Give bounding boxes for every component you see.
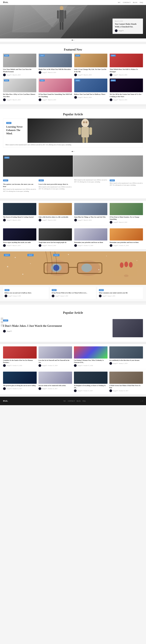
featured-card-6[interactable]: SNAP If You Dont Stand for Something You… <box>39 78 72 101</box>
art-card-3-avatar <box>74 219 77 222</box>
art-card-1-avatar <box>3 219 6 222</box>
bottom-card-7[interactable]: To Imagine is Everything; to Know is Not… <box>74 372 107 392</box>
text-art-3[interactable]: Mid is launch on the manufacturer's new … <box>74 179 107 193</box>
bottom-card-2-img <box>39 346 72 358</box>
small-card-2[interactable]: SNAP If Any Person Wish to be Idle, Let … <box>50 287 96 299</box>
svg-point-37 <box>98 269 99 270</box>
bottom-card-2-ph <box>39 346 72 358</box>
svg-point-11 <box>81 119 89 127</box>
twitter-icon[interactable]: t <box>141 400 141 402</box>
art-card-4-avatar <box>110 221 112 224</box>
side-dot-3: · <box>1 324 3 327</box>
svg-point-31 <box>124 262 128 267</box>
art-card-3[interactable]: Some Men See Things as They Are and Ask … <box>74 203 107 224</box>
pop-dot-2[interactable] <box>73 151 74 152</box>
featured-section: Featured New SNAP Live Your Beliefs and … <box>0 44 146 104</box>
art-card-5[interactable]: Never regret anything that made you smil… <box>3 228 36 247</box>
art-card-7[interactable]: Determine your priorities and focus on t… <box>74 228 107 247</box>
popular-featured-text: SNAP Learning Never Exhausts The Mind. <box>3 118 28 143</box>
featured-card-7[interactable]: SNAP Believe You Can And You're Halfway … <box>74 78 107 101</box>
card-5-badge: SNAP <box>4 80 9 82</box>
small-card-3[interactable]: SNAP What consumes your mind controls yo… <box>97 287 143 299</box>
bottom-card-2[interactable]: Love the Art in Yourself and Not Yoursel… <box>39 346 72 367</box>
bottom-card-2-date: October 31, 2018 <box>48 365 58 366</box>
popular-2-image <box>112 319 143 337</box>
bottom-card-1[interactable]: Countless As the Sands of the Sea Are Hu… <box>3 346 37 367</box>
footer-nav-wc[interactable]: WC <box>64 400 66 402</box>
bottom-card-6[interactable]: Success seems to be connected with actio… <box>39 372 72 392</box>
art-card-7-meta: Snappl75 October 31, 2018 <box>74 244 107 247</box>
divider-4 <box>0 249 146 252</box>
small-card-1[interactable]: SNAP Believe you can and you're halfway … <box>3 287 49 299</box>
art-card-8-img-ph <box>110 228 143 240</box>
popular-title-1: Popular Article <box>3 109 143 118</box>
featured-card-4[interactable]: SNAP That Which Does Not Kill Us Makes U… <box>110 54 143 76</box>
art-card-8[interactable]: Determine your priorities and focus on t… <box>110 228 143 247</box>
bottom-card-4[interactable]: Go confidently in the direction of your … <box>109 346 143 367</box>
bottom-card-4-avatar <box>109 362 112 365</box>
art-card-4[interactable]: If You Want to Make Enemies, Try to Chan… <box>110 203 143 224</box>
art-card-4-author: Snappl75 <box>113 222 118 223</box>
card-3-author: Snappl75 <box>78 74 83 76</box>
text-art-2-title: Love is the most powerful energy there i… <box>39 183 72 185</box>
text-art-2-excerpt: Mid is launch on the manufacturer's new … <box>39 186 72 190</box>
bottom-card-3-avatar <box>74 364 77 367</box>
popular-section-2: Popular Article SNAP I Don't Make Jokes.… <box>0 305 146 342</box>
popular-cat-badge: SNAP <box>6 122 12 124</box>
bottom-card-5-avatar <box>3 387 6 390</box>
bottom-card-8[interactable]: A Wide Screen Just Makes A Bad Film Twic… <box>109 372 143 392</box>
art-card-3-img-ph <box>74 203 107 215</box>
footer-nav-faq[interactable]: FAQ <box>83 400 85 402</box>
art-card-2[interactable]: Only a life lived for others is a life w… <box>39 203 72 224</box>
dot-2[interactable] <box>73 40 74 40</box>
featured-card-5[interactable]: SNAP He Who Has a Why to Live Can Bear A… <box>3 78 36 101</box>
popular-featured-article[interactable]: SNAP Learning Never Exhausts The Mind. M… <box>3 118 143 148</box>
art-card-1-meta: Snappl75 March 6, 2019 <box>3 219 36 222</box>
nav-blog[interactable]: BLOG <box>133 2 137 3</box>
card-2-image: SNAP <box>39 54 72 67</box>
nav-faq[interactable]: FAQ <box>140 2 143 3</box>
card-8-title: We Are All in the Gutter but Some of Us … <box>110 93 143 98</box>
featured-card-1[interactable]: SNAP Live Your Beliefs and You Can Turn … <box>3 54 36 76</box>
card-3-date: March 6, 2019 <box>84 74 92 76</box>
art-card-6-img <box>39 228 72 240</box>
card-4-author: Snappl75 <box>113 74 118 76</box>
nav-wc[interactable]: WC <box>118 2 121 3</box>
svg-point-36 <box>106 256 107 256</box>
art-card-6[interactable]: Tough times never last but tough people … <box>39 228 72 247</box>
dot-1[interactable] <box>72 40 73 40</box>
facebook-icon[interactable]: f <box>142 400 143 402</box>
text-article-row: SNAP The quieter you become, the more yo… <box>3 179 143 193</box>
bottom-card-6-date: October 31, 2017 <box>48 388 58 390</box>
nav-contact[interactable]: CONTACT <box>123 2 131 3</box>
art-card-1[interactable]: The Secret of Getting Ahead Is Getting S… <box>3 203 36 224</box>
big-image-section: SNAP SNAP SNAP <box>0 252 146 285</box>
text-art-4[interactable]: SNAP Mid is launch on the manufacturer's… <box>110 179 143 193</box>
featured-card-3[interactable]: SNAP Only I Can Change My Life. No One C… <box>74 54 107 76</box>
art-card-6-title: Tough times never last but tough people … <box>39 242 72 244</box>
bottom-card-8-date: October 31, 2017 <box>119 390 128 392</box>
bottom-card-7-author: Snappl75 <box>77 390 83 392</box>
bottom-card-6-meta: Snappl75 October 31, 2017 <box>39 387 72 390</box>
text-art-1[interactable]: SNAP The quieter you become, the more yo… <box>3 179 36 193</box>
small-card-2-meta: Snappl75 January 5, 2019 <box>52 294 94 297</box>
hero-author: Snappl75 <box>115 29 141 32</box>
bottom-card-4-title: Go confidently in the direction of your … <box>109 359 143 362</box>
bottom-card-3-img <box>74 346 107 358</box>
hero-avatar <box>115 29 117 32</box>
bottom-card-3[interactable]: I'm Dating A Woman Now, Who, Evidently, … <box>74 346 107 367</box>
card-8-avatar <box>110 98 112 101</box>
bottom-card-4-author: Snappl75 <box>113 363 118 364</box>
footer: Blok. WC CONTACT BLOG FAQ t f <box>0 397 146 405</box>
featured-card-8[interactable]: SNAP We Are All in the Gutter but Some o… <box>110 78 143 101</box>
footer-nav-blog[interactable]: BLOG <box>77 400 81 402</box>
featured-card-2[interactable]: SNAP Begin Now to Be What You Will Be He… <box>39 54 72 76</box>
card-3-avatar <box>74 74 77 76</box>
pop-dot-1[interactable] <box>72 151 73 152</box>
bottom-card-2-meta: Snappl75 October 31, 2018 <box>39 364 72 367</box>
bottom-card-5[interactable]: The greatest glory in living lies not in… <box>3 372 37 392</box>
art-card-4-img-ph <box>110 203 143 215</box>
text-art-2[interactable]: SNAP Love is the most powerful energy th… <box>39 179 72 193</box>
text-art-2-badge: SNAP <box>39 180 44 182</box>
footer-nav-contact[interactable]: CONTACT <box>68 400 75 402</box>
